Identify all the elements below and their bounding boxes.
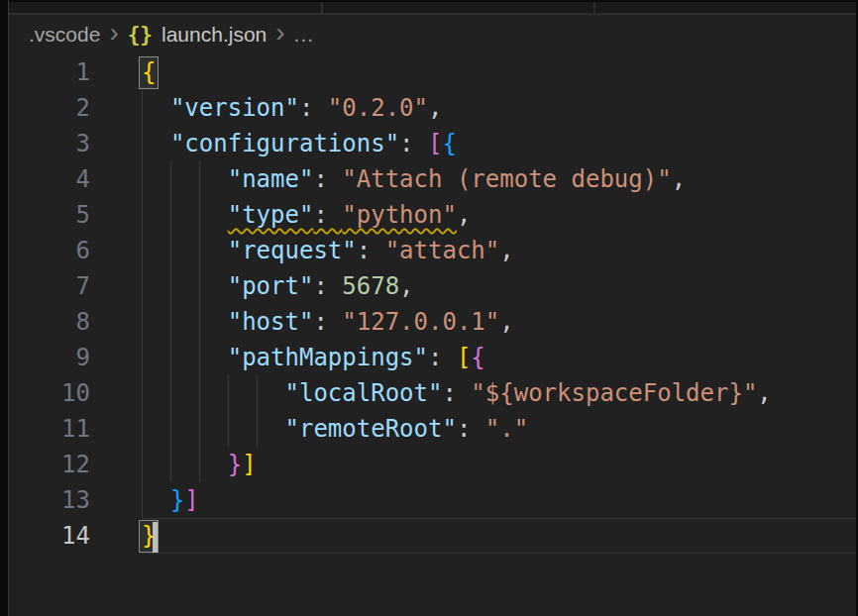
code-token: : xyxy=(442,379,471,407)
code-text: "host": "127.0.0.1", xyxy=(142,304,514,340)
code-token xyxy=(142,415,285,443)
code-line[interactable]: 14} xyxy=(9,518,856,554)
code-token: "." xyxy=(485,415,528,443)
code-text: "configurations": [{ xyxy=(142,126,457,161)
line-number[interactable]: 7 xyxy=(9,268,90,304)
code-token xyxy=(142,486,170,514)
code-token: "configurations" xyxy=(170,130,399,157)
code-token: { xyxy=(471,344,484,371)
tab-bar[interactable] xyxy=(9,0,856,15)
code-token: , xyxy=(499,237,513,264)
code-line[interactable]: 13 }] xyxy=(9,482,856,518)
code-line[interactable]: 7 "port": 5678, xyxy=(9,268,856,304)
code-token: "name" xyxy=(228,165,314,193)
code-line[interactable]: 1{ xyxy=(9,54,856,90)
code-line[interactable]: 3 "configurations": [{ xyxy=(9,126,856,161)
tab-separator xyxy=(321,2,323,13)
code-token: , xyxy=(757,379,771,407)
code-text: "remoteRoot": "." xyxy=(142,411,528,447)
chevron-right-icon: › xyxy=(109,23,118,43)
code-token: , xyxy=(428,94,442,122)
code-lines: 1{2 "version": "0.2.0",3 "configurations… xyxy=(9,54,856,554)
chevron-right-icon: › xyxy=(275,23,284,43)
code-token: ] xyxy=(184,486,198,514)
code-token: : xyxy=(457,415,485,443)
code-line[interactable]: 4 "name": "Attach (remote debug)", xyxy=(9,161,856,197)
code-line[interactable]: 10 "localRoot": "${workspaceFolder}", xyxy=(9,375,856,411)
line-number[interactable]: 10 xyxy=(9,375,90,411)
line-number[interactable]: 14 xyxy=(9,518,90,554)
code-text: "localRoot": "${workspaceFolder}", xyxy=(142,375,772,411)
code-token xyxy=(142,165,228,193)
code-token: "0.2.0" xyxy=(328,94,428,122)
code-token xyxy=(142,201,228,229)
line-number[interactable]: 8 xyxy=(9,304,90,340)
code-token xyxy=(142,308,228,336)
code-line[interactable]: 8 "host": "127.0.0.1", xyxy=(9,304,856,340)
code-line[interactable]: 9 "pathMappings": [{ xyxy=(9,340,856,375)
code-token: , xyxy=(499,308,513,336)
breadcrumb-folder[interactable]: .vscode xyxy=(29,23,100,47)
code-token: , xyxy=(399,272,413,300)
code-token: "Attach (remote debug)" xyxy=(342,165,671,193)
editor-group: .vscode › {} launch.json › ... 1{2 "vers… xyxy=(8,0,856,616)
code-line[interactable]: 2 "version": "0.2.0", xyxy=(9,90,856,126)
code-text: }] xyxy=(142,447,257,482)
code-token xyxy=(142,451,228,478)
code-token: "remoteRoot" xyxy=(285,415,457,443)
code-text: "pathMappings": [{ xyxy=(142,340,485,375)
code-token: "host" xyxy=(228,308,314,336)
line-number[interactable]: 9 xyxy=(9,340,90,375)
line-number[interactable]: 12 xyxy=(9,447,90,482)
json-braces-icon: {} xyxy=(128,23,153,47)
text-cursor xyxy=(153,522,158,553)
code-text: "port": 5678, xyxy=(142,268,414,304)
code-text: { xyxy=(142,54,159,90)
code-token: : xyxy=(313,272,342,300)
code-token: "${workspaceFolder}" xyxy=(471,379,757,407)
code-token: : xyxy=(313,308,342,336)
code-text: }] xyxy=(142,482,199,518)
code-token: : xyxy=(399,130,428,157)
code-token: "127.0.0.1" xyxy=(342,308,499,336)
line-number[interactable]: 6 xyxy=(9,233,90,268)
code-token: "request" xyxy=(228,237,357,264)
code-token: "version" xyxy=(170,94,299,122)
code-line[interactable]: 5 "type": "python", xyxy=(9,197,856,233)
code-token xyxy=(142,130,170,157)
line-number[interactable]: 13 xyxy=(9,482,90,518)
code-token xyxy=(142,272,228,300)
tab-separator xyxy=(593,2,595,13)
code-token: "attach" xyxy=(385,237,500,264)
code-token xyxy=(142,379,285,407)
code-token: } xyxy=(228,451,242,478)
breadcrumb-symbol-more[interactable]: ... xyxy=(294,23,315,47)
code-line[interactable]: 11 "remoteRoot": "." xyxy=(9,411,856,447)
code-text: "request": "attach", xyxy=(142,233,514,268)
line-number[interactable]: 3 xyxy=(9,126,90,161)
code-token xyxy=(142,344,228,371)
breadcrumb: .vscode › {} launch.json › ... xyxy=(9,15,856,54)
code-text: "name": "Attach (remote debug)", xyxy=(142,161,686,197)
line-number[interactable]: 11 xyxy=(9,411,90,447)
line-number[interactable]: 2 xyxy=(9,90,90,126)
code-text: "type": "python", xyxy=(142,197,471,233)
code-token: "port" xyxy=(228,272,314,300)
code-token: : xyxy=(357,237,385,264)
code-token: "localRoot" xyxy=(285,379,443,407)
line-number[interactable]: 5 xyxy=(9,197,90,233)
breadcrumb-file[interactable]: launch.json xyxy=(161,23,267,47)
warning-squiggle-token: "python" xyxy=(342,201,457,229)
warning-squiggle-token: "type" xyxy=(228,201,314,229)
line-number[interactable]: 4 xyxy=(9,161,90,197)
line-number[interactable]: 1 xyxy=(9,54,90,90)
code-line[interactable]: 12 }] xyxy=(9,447,856,482)
code-token: { xyxy=(442,130,456,157)
code-token: : xyxy=(299,94,328,122)
code-token: : xyxy=(428,344,457,371)
code-line[interactable]: 6 "request": "attach", xyxy=(9,233,856,268)
code-token xyxy=(142,237,228,264)
warning-squiggle-token: : xyxy=(313,201,342,229)
code-editor[interactable]: 1{2 "version": "0.2.0",3 "configurations… xyxy=(9,54,856,616)
code-token: [ xyxy=(428,130,442,157)
